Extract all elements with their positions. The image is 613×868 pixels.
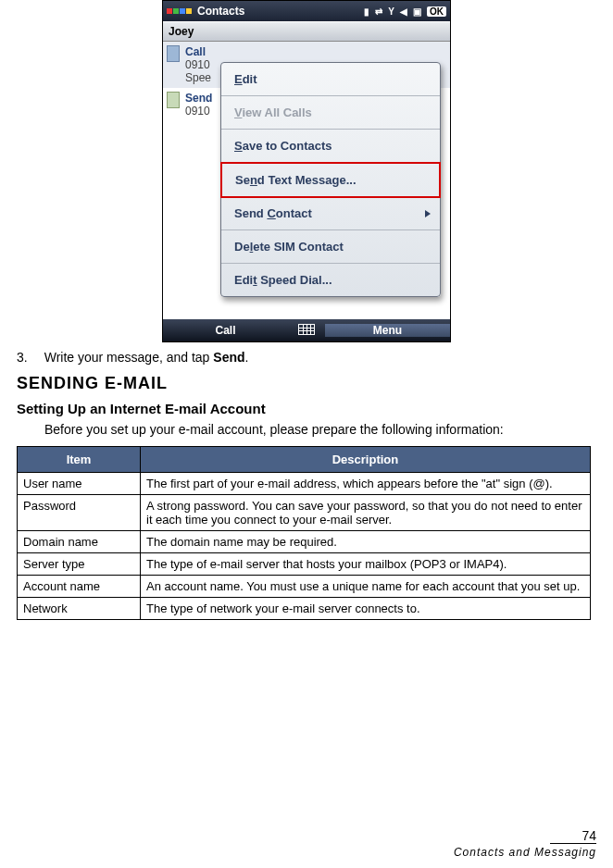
soft-key-bar: Call Menu: [163, 319, 450, 341]
volume-icon: ◀: [400, 6, 407, 17]
col-desc: Description: [141, 447, 591, 473]
col-item: Item: [18, 447, 141, 473]
call-history: Call 0910 Spee Send 0910 Edit View All C…: [163, 42, 450, 319]
table-row: Server typeThe type of e-mail server tha…: [18, 553, 591, 576]
menu-send-text-message[interactable]: Send Text Message...: [220, 162, 441, 198]
status-bar: Contacts ▮ ⇄ Y ◀ ▣ OK: [163, 1, 450, 21]
status-icons: ▮ ⇄ Y ◀ ▣ OK: [364, 6, 446, 17]
subsection-heading: Setting Up an Internet E-mail Account: [17, 401, 596, 416]
footer-category: Contacts and Messaging: [454, 846, 596, 859]
info-table: Item Description User nameThe first part…: [17, 446, 591, 620]
step-3: Write your message, and tap Send.: [17, 350, 596, 365]
page-number: 74: [454, 828, 596, 843]
menu-delete-sim-contact[interactable]: Delete SIM Contact: [221, 230, 440, 264]
intro-paragraph: Before you set up your e-mail account, p…: [17, 422, 596, 437]
softkey-menu[interactable]: Menu: [325, 324, 450, 337]
windows-icon: [167, 8, 192, 14]
app-title: Contacts: [197, 5, 244, 18]
phone-screenshot: Contacts ▮ ⇄ Y ◀ ▣ OK Joey Call 0910 Spe…: [162, 0, 451, 342]
context-menu: Edit View All Calls Save to Contacts Sen…: [220, 62, 441, 297]
section-heading: Sending e-mail: [17, 374, 596, 393]
table-row: Account nameAn account name. You must us…: [18, 576, 591, 598]
menu-view-all-calls: View All Calls: [221, 96, 440, 130]
sms-out-icon: [167, 92, 180, 108]
antenna-icon: Y: [388, 6, 394, 17]
menu-edit-speed-dial[interactable]: Edit Speed Dial...: [221, 264, 440, 296]
table-row: User nameThe first part of your e-mail a…: [18, 473, 591, 495]
signal-icon: ▮: [364, 6, 369, 17]
table-row: Domain nameThe domain name may be requir…: [18, 531, 591, 553]
menu-edit[interactable]: Edit: [221, 63, 440, 96]
table-row: NetworkThe type of network your e-mail s…: [18, 598, 591, 620]
contact-header: Joey: [163, 21, 450, 42]
table-row: PasswordA strong password. You can save …: [18, 495, 591, 531]
page-footer: 74 Contacts and Messaging: [454, 828, 596, 859]
menu-send-contact[interactable]: Send Contact: [221, 197, 440, 230]
ok-button[interactable]: OK: [427, 6, 446, 17]
sync-icon: ⇄: [375, 6, 382, 17]
keyboard-icon[interactable]: [288, 324, 325, 338]
phone-in-icon: [167, 45, 180, 62]
battery-icon: ▣: [413, 6, 421, 17]
chevron-right-icon: [425, 210, 431, 217]
softkey-call[interactable]: Call: [163, 324, 288, 337]
menu-save-to-contacts[interactable]: Save to Contacts: [221, 130, 440, 163]
